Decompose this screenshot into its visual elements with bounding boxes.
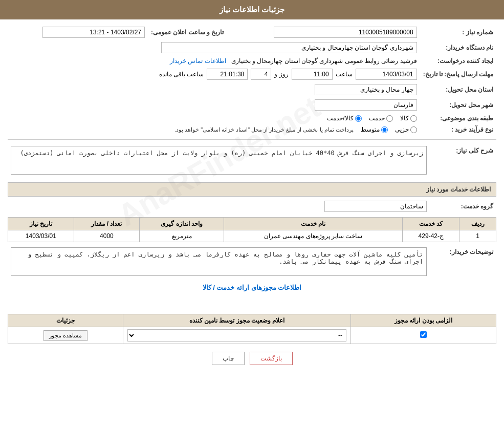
tarikh-label: تاریخ و ساعت اعلان عمومی: xyxy=(148,25,227,40)
page-header: جزئیات اطلاعات نیاز xyxy=(0,0,504,19)
page-title: جزئیات اطلاعات نیاز xyxy=(220,5,284,14)
khadamat-section-title: اطلاعات خدمات مورد نیاز xyxy=(8,182,496,197)
back-button[interactable]: بازگشت xyxy=(250,352,293,365)
ostan-value: چهار محال و بختیاری xyxy=(8,82,420,97)
ostan-label: استان محل تحویل: xyxy=(420,82,496,97)
col-radif: ردیف xyxy=(459,218,496,230)
radio-kala-khadamat-label: کالا/خدمت xyxy=(327,115,361,122)
sharh-label: شرح کلی نیاز: xyxy=(430,144,496,178)
radio-kala-khadamat[interactable] xyxy=(355,115,362,122)
grooh-value-cell: ساختمان xyxy=(8,199,430,214)
grooh-field: ساختمان xyxy=(324,201,427,212)
cell-vahed: مترمربع xyxy=(140,230,224,242)
ostan-field: چهار محال و بختیاری xyxy=(315,84,417,95)
shahr-value: فارسان xyxy=(8,97,420,113)
print-button[interactable]: چاپ xyxy=(212,352,245,365)
shahr-field: فارسان xyxy=(315,99,417,111)
cell-kod: ج-42-429 xyxy=(403,230,459,242)
tarikh-field: 1403/02/27 - 13:21 xyxy=(42,27,145,38)
col-joziat: جزئیات xyxy=(8,314,123,327)
col-kod: کد خدمت xyxy=(403,218,459,230)
col-vahed: واحد اندازه گیری xyxy=(140,218,224,230)
mohlat-rooz: 4 xyxy=(251,69,271,80)
radio-note: پرداخت تمام یا بخشی از مبلغ خریدار از مح… xyxy=(174,126,354,133)
tozihat-table: توضیحات خریدار: xyxy=(8,245,496,280)
grooh-label: گروه خدمت: xyxy=(430,199,496,214)
mohlat-remaining-label: ساعت باقی مانده xyxy=(159,71,204,78)
divider-1 xyxy=(8,139,496,140)
ijad-konande-value: فرشید رضائی روابط عمومی شهرداری گوجان اس… xyxy=(8,55,420,67)
aalam-select[interactable]: -- xyxy=(127,329,346,342)
mojowzat-link[interactable]: اطلاعات مجوزهای ارائه خدمت / کالا xyxy=(8,284,496,291)
tarikh-value: 1403/02/27 - 13:21 xyxy=(8,25,148,40)
info-table: شماره نیاز : 1103005189000008 تاریخ و سا… xyxy=(8,25,496,135)
elzami-checkbox[interactable] xyxy=(420,331,427,338)
cell-tedad: 4000 xyxy=(74,230,140,242)
cell-nam: ساخت سایر پروژه‌های مهندسی عمران xyxy=(224,230,402,242)
nov-farayand-row: جزیی متوسط پرداخت تمام یا بخشی از مبلغ خ… xyxy=(8,124,420,135)
button-row: بازگشت چاپ xyxy=(8,352,496,365)
sharh-table: شرح کلی نیاز: AnaRFinder.net xyxy=(8,144,496,178)
nam-dastgah-value: شهرداری گوجان استان چهارمحال و بختیاری xyxy=(8,40,420,55)
col-nam: نام خدمت xyxy=(224,218,402,230)
radio-khadamat[interactable] xyxy=(386,115,393,122)
nov-farayand-label: نوع فرآیند خرید : xyxy=(420,124,496,135)
tozihat-label: توضیحات خریدار: xyxy=(430,245,496,280)
radio-jozei-label: جزیی xyxy=(395,126,417,133)
sharh-textarea xyxy=(11,146,427,175)
col-aalam: اعلام وضعیت مجوز توسط نامین کننده xyxy=(123,314,351,327)
mohlat-label: مهلت ارسال پاسخ: تا تاریخ: xyxy=(420,67,496,82)
sharh-value-cell: AnaRFinder.net xyxy=(8,144,430,178)
col-tedad: تعداد / مقدار xyxy=(74,218,140,230)
mojowzat-table: الزامی بودن ارائه مجوز اعلام وضعیت مجوز … xyxy=(8,314,496,344)
radio-kala[interactable] xyxy=(410,115,417,122)
cell-tarikh: 1403/03/01 xyxy=(8,230,74,242)
shomare-niaz-value: 1103005189000008 xyxy=(227,25,420,40)
radio-khadamat-label: خدمت xyxy=(369,115,393,122)
col-elzami: الزامی بودن ارائه مجوز xyxy=(351,314,496,327)
services-table: ردیف کد خدمت نام خدمت واحد اندازه گیری ت… xyxy=(8,217,496,242)
ijad-konande-text: فرشید رضائی روابط عمومی شهرداری گوجان اس… xyxy=(231,57,417,65)
tozihat-value-cell xyxy=(8,245,430,280)
cell-aalam: -- xyxy=(123,327,351,344)
table-row: -- مشاهده مجوز xyxy=(8,327,496,344)
cell-joziat: مشاهده مجوز xyxy=(8,327,123,344)
grooh-table: گروه خدمت: ساختمان xyxy=(8,199,496,214)
tabaghe-radios: کالا خدمت کالا/خدمت xyxy=(8,113,420,124)
ijad-konande-link[interactable]: اطلاعات تماس خریدار xyxy=(170,57,226,65)
col-tarikh: تاریخ نیاز xyxy=(8,218,74,230)
radio-kala-label: کالا xyxy=(400,115,417,122)
mohlat-saat-label: ساعت xyxy=(336,71,353,78)
cell-elzami xyxy=(351,327,496,344)
mohlat-rooz-label: روز و xyxy=(274,71,288,78)
mohlat-remaining: 21:01:38 xyxy=(207,69,248,80)
mohlat-date: 1403/03/01 xyxy=(356,69,417,80)
radio-motavaset-label: متوسط xyxy=(361,126,388,133)
shomare-niaz-field: 1103005189000008 xyxy=(274,27,417,38)
radio-jozei[interactable] xyxy=(410,126,417,133)
main-content: شماره نیاز : 1103005189000008 تاریخ و سا… xyxy=(0,19,504,378)
tabaghe-label: طبقه بندی موضوعی: xyxy=(420,113,496,124)
sharh-wrapper: AnaRFinder.net xyxy=(11,146,427,176)
mohlat-saat: 11:00 xyxy=(292,69,333,80)
shahr-label: شهر محل تحویل: xyxy=(420,97,496,113)
page-wrapper: جزئیات اطلاعات نیاز شماره نیاز : 1103005… xyxy=(0,0,504,448)
nam-dastgah-label: نام دستگاه خریدار: xyxy=(420,40,496,55)
cell-radif: 1 xyxy=(459,230,496,242)
mohlat-row: 1403/03/01 ساعت 11:00 روز و 4 21:01:38 س… xyxy=(8,67,420,82)
nam-dastgah-field: شهرداری گوجان استان چهارمحال و بختیاری xyxy=(161,42,417,53)
spacer xyxy=(8,295,496,311)
tozihat-textarea xyxy=(11,247,427,276)
view-mojowz-button[interactable]: مشاهده مجوز xyxy=(43,330,87,341)
ijad-konande-label: ایجاد کننده درخواست: xyxy=(420,55,496,67)
radio-motavaset[interactable] xyxy=(381,126,388,133)
table-row: 1 ج-42-429 ساخت سایر پروژه‌های مهندسی عم… xyxy=(8,230,496,242)
shomare-niaz-label: شماره نیاز : xyxy=(420,25,496,40)
